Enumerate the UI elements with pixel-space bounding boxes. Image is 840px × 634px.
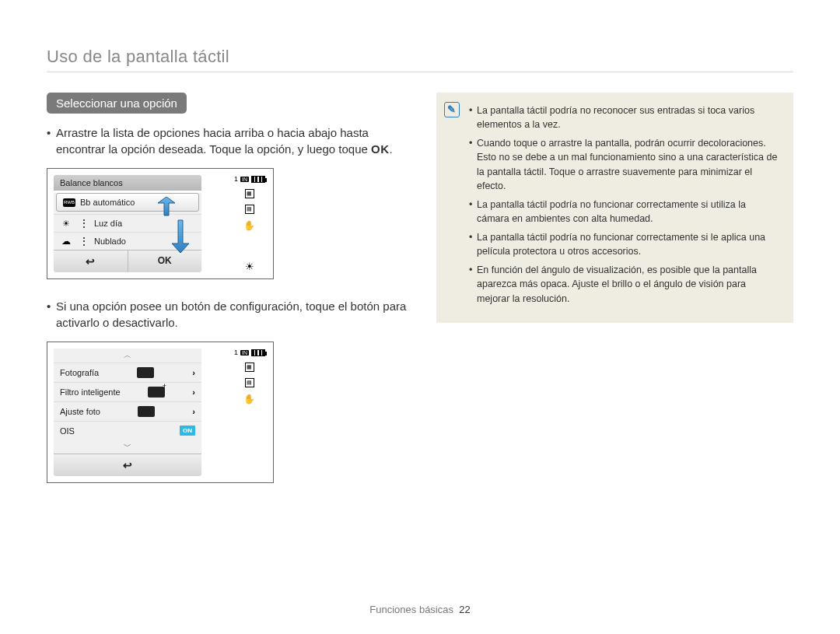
battery-icon	[251, 349, 265, 356]
hand-shake-icon	[243, 394, 255, 405]
section-heading: Seleccionar una opción	[47, 93, 187, 114]
shots-remaining: 1	[234, 175, 238, 183]
rwb-icon: RWB	[63, 198, 75, 207]
lcd-header: Balance blancos	[54, 175, 201, 191]
mode-icon: ▤	[245, 205, 254, 214]
note-item: La pantalla táctil podría no funcionar c…	[477, 230, 781, 258]
setting-ajuste-foto[interactable]: Ajuste foto ›	[54, 401, 201, 421]
status-icons: 1 IN ▦ ▤	[234, 175, 265, 272]
mode-icon: ▤	[245, 378, 254, 387]
setting-label: Ajuste foto	[60, 407, 100, 416]
option-cloudy[interactable]: ⋮ Nublado	[54, 232, 201, 250]
internal-memory-icon: IN	[240, 177, 249, 182]
option-label: Bb automático	[80, 198, 135, 207]
setting-filtro-inteligente[interactable]: Filtro inteligente ›	[54, 382, 201, 401]
setting-label: OIS	[60, 426, 75, 436]
brightness-icon	[245, 261, 254, 272]
note-item: La pantalla táctil podría no funcionar c…	[477, 198, 781, 226]
card-icon: ▦	[245, 189, 254, 198]
value-chip-plus-icon	[148, 387, 165, 398]
option-auto-wb[interactable]: RWB Bb automático	[56, 193, 199, 212]
internal-memory-icon: IN	[240, 350, 249, 356]
dotted-indicator-icon: ⋮	[79, 221, 89, 226]
ok-button[interactable]: OK	[128, 250, 202, 272]
cloud-icon	[60, 236, 72, 246]
value-chip-icon	[137, 367, 154, 378]
battery-icon	[251, 176, 265, 183]
chevron-right-icon: ›	[192, 407, 195, 416]
para1-text-a: Arrastre la lista de opciones hacia arri…	[56, 126, 371, 156]
back-button[interactable]	[54, 454, 201, 476]
device-mock-white-balance: Balance blancos RWB Bb automático ⋮ Luz …	[47, 168, 274, 279]
note-icon	[444, 102, 460, 117]
shots-remaining: 1	[234, 349, 238, 356]
para1-text-b: .	[390, 142, 393, 156]
page-footer: Funciones básicas 22	[0, 604, 840, 615]
option-daylight[interactable]: ⋮ Luz día	[54, 214, 201, 232]
back-button[interactable]	[54, 250, 128, 272]
note-item: En función del ángulo de visualización, …	[477, 263, 781, 305]
para2-text: Si una opción posee un botón de configur…	[56, 298, 411, 331]
setting-label: Filtro inteligente	[60, 387, 121, 397]
device-mock-settings: ︿ Fotografía › Filtro inteligente ›	[47, 342, 274, 483]
option-label: Nublado	[94, 236, 126, 246]
ok-inline-label: OK	[371, 142, 390, 156]
page-title: Uso de la pantalla táctil	[47, 47, 793, 67]
page-number: 22	[459, 604, 470, 615]
hand-shake-icon	[243, 220, 255, 231]
note-item: Cuando toque o arrastre la pantalla, pod…	[477, 136, 781, 193]
note-item: La pantalla táctil podría no reconocer s…	[477, 103, 781, 131]
paragraph-1: • Arrastre la lista de opciones hacia ar…	[47, 124, 411, 157]
card-icon: ▦	[245, 363, 254, 372]
scroll-up-caret[interactable]: ︿	[54, 349, 201, 363]
setting-ois[interactable]: OIS ON	[54, 421, 201, 440]
setting-fotografia[interactable]: Fotografía ›	[54, 363, 201, 382]
note-box: •La pantalla táctil podría no reconocer …	[436, 93, 793, 323]
chevron-right-icon: ›	[192, 368, 195, 377]
setting-label: Fotografía	[60, 368, 99, 377]
scroll-down-caret[interactable]: ﹀	[54, 440, 201, 454]
chevron-right-icon: ›	[192, 387, 195, 397]
value-chip-icon	[138, 406, 155, 417]
ois-toggle[interactable]: ON	[180, 426, 195, 436]
option-label: Luz día	[94, 219, 122, 228]
paragraph-2: • Si una opción posee un botón de config…	[47, 298, 411, 331]
title-rule	[47, 72, 793, 72]
footer-section: Funciones básicas	[369, 604, 453, 615]
sun-icon	[60, 219, 72, 228]
dotted-indicator-icon: ⋮	[79, 239, 89, 243]
status-icons: 1 IN ▦ ▤	[234, 349, 265, 405]
